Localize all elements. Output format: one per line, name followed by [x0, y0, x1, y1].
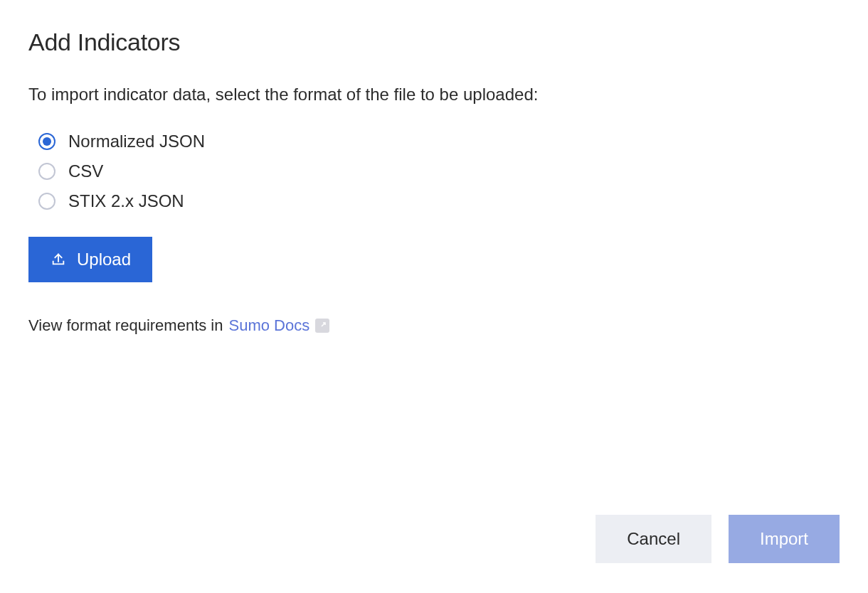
radio-circle — [38, 193, 55, 210]
add-indicators-dialog: Add Indicators To import indicator data,… — [0, 0, 868, 593]
upload-icon — [50, 251, 67, 268]
upload-button-label: Upload — [77, 250, 131, 269]
radio-option-stix[interactable]: STIX 2.x JSON — [38, 191, 840, 211]
dialog-title: Add Indicators — [28, 28, 840, 56]
radio-option-csv[interactable]: CSV — [38, 161, 840, 181]
radio-circle — [38, 163, 55, 180]
upload-button[interactable]: Upload — [28, 237, 152, 282]
radio-circle — [38, 133, 55, 150]
dialog-footer: Cancel Import — [596, 515, 840, 563]
radio-label: CSV — [68, 161, 103, 181]
radio-label: Normalized JSON — [68, 132, 205, 151]
radio-label: STIX 2.x JSON — [68, 191, 184, 211]
format-note-prefix: View format requirements in — [28, 316, 223, 335]
sumo-docs-link[interactable]: Sumo Docs — [229, 316, 330, 335]
external-link-icon — [315, 319, 329, 333]
cancel-button[interactable]: Cancel — [596, 515, 711, 563]
doc-link-text: Sumo Docs — [229, 316, 310, 335]
format-requirements-note: View format requirements in Sumo Docs — [28, 316, 840, 335]
format-radio-group: Normalized JSON CSV STIX 2.x JSON — [28, 132, 840, 211]
format-instructions: To import indicator data, select the for… — [28, 85, 840, 105]
radio-option-normalized-json[interactable]: Normalized JSON — [38, 132, 840, 151]
import-button[interactable]: Import — [729, 515, 840, 563]
